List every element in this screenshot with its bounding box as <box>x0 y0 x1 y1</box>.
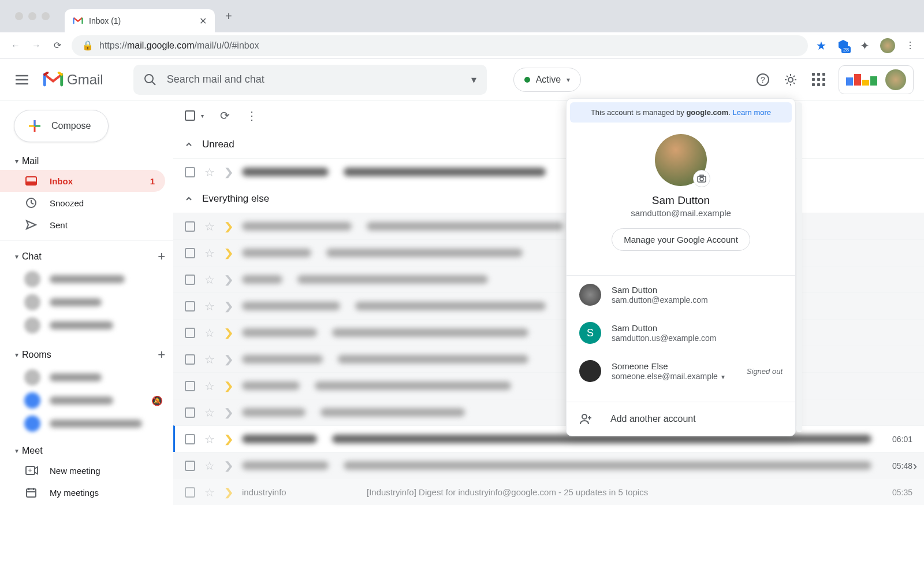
star-icon[interactable]: ☆ <box>204 459 215 473</box>
sidebar-new-meeting[interactable]: + New meeting <box>0 459 165 481</box>
row-checkbox[interactable] <box>185 275 195 285</box>
bookmark-star-icon[interactable]: ★ <box>816 39 826 53</box>
star-icon[interactable]: ☆ <box>204 299 215 313</box>
camera-icon[interactable] <box>693 170 710 187</box>
importance-icon[interactable]: ❯ <box>223 327 234 339</box>
chat-contact[interactable] <box>0 314 173 337</box>
sidebar-snoozed[interactable]: Snoozed <box>0 192 165 214</box>
select-all-checkbox[interactable] <box>185 110 195 121</box>
importance-icon[interactable]: ❯ <box>223 166 234 179</box>
popup-scrollbar[interactable] <box>796 102 802 432</box>
browser-menu-icon[interactable]: ⋮ <box>906 40 915 51</box>
star-icon[interactable]: ☆ <box>204 485 215 499</box>
gmail-logo[interactable]: Gmail <box>43 72 103 88</box>
sidebar-section-meet[interactable]: ▾Meet <box>0 442 173 459</box>
row-checkbox[interactable] <box>185 301 195 312</box>
row-checkbox[interactable] <box>185 434 195 444</box>
extensions-icon[interactable]: ✦ <box>860 39 870 53</box>
importance-icon[interactable]: ❯ <box>223 380 234 392</box>
chat-contact[interactable] <box>0 268 173 291</box>
add-room-icon[interactable]: + <box>158 347 165 362</box>
sidebar-sent[interactable]: Sent <box>0 214 165 236</box>
help-icon[interactable]: ? <box>755 72 770 87</box>
room-item[interactable] <box>0 366 173 389</box>
star-icon[interactable]: ☆ <box>204 379 215 393</box>
more-menu-icon[interactable]: ⋮ <box>246 109 258 123</box>
section-unread[interactable]: Unread <box>173 131 924 158</box>
account-option[interactable]: Sam Duttonsam.dutton@example.com <box>567 276 795 314</box>
reload-button[interactable]: ⟳ <box>51 40 64 51</box>
star-icon[interactable]: ☆ <box>204 432 215 446</box>
add-account-button[interactable]: Add another account <box>567 402 795 436</box>
sidebar-inbox[interactable]: Inbox 1 <box>0 170 165 192</box>
extension-badge[interactable]: 28 <box>837 39 850 52</box>
learn-more-link[interactable]: Learn more <box>733 108 771 117</box>
star-icon[interactable]: ☆ <box>204 353 215 366</box>
account-option[interactable]: S Sam Duttonsamdutton.us@example.com <box>567 314 795 352</box>
browser-tab[interactable]: Inbox (1) ✕ <box>65 9 215 32</box>
refresh-icon[interactable]: ⟳ <box>220 109 230 123</box>
mail-row[interactable]: ☆❯ <box>173 213 924 239</box>
star-icon[interactable]: ☆ <box>204 326 215 340</box>
mail-row[interactable]: ☆❯ <box>173 372 924 399</box>
close-tab-icon[interactable]: ✕ <box>199 16 207 27</box>
importance-icon[interactable]: ❯ <box>223 486 234 499</box>
star-icon[interactable]: ☆ <box>204 220 215 233</box>
new-tab-button[interactable]: + <box>215 10 243 23</box>
main-menu-icon[interactable] <box>8 66 36 94</box>
star-icon[interactable]: ☆ <box>204 273 215 287</box>
search-options-icon[interactable]: ▾ <box>471 73 476 86</box>
window-controls[interactable] <box>7 12 58 20</box>
account-option[interactable]: Someone Elsesomeone.else@mail.example▾ S… <box>567 352 795 390</box>
mail-row[interactable]: ☆❯ <box>173 319 924 346</box>
account-avatar[interactable] <box>885 69 906 90</box>
mail-row[interactable]: ☆❯industryinfo[Industryinfo] Digest for … <box>173 479 924 505</box>
importance-icon[interactable]: ❯ <box>223 220 234 233</box>
compose-button[interactable]: Compose <box>14 110 109 142</box>
mail-row[interactable]: ☆❯ <box>173 266 924 292</box>
back-button[interactable]: ← <box>9 40 22 51</box>
row-checkbox[interactable] <box>185 221 195 232</box>
star-icon[interactable]: ☆ <box>204 246 215 260</box>
mail-row[interactable]: ☆❯ <box>173 399 924 425</box>
mail-row[interactable]: ☆❯ <box>173 292 924 319</box>
url-field[interactable]: 🔒 https://mail.google.com/mail/u/0/#inbo… <box>72 35 808 56</box>
mail-row[interactable]: ☆❯ <box>173 346 924 372</box>
sidebar-section-rooms[interactable]: ▾Rooms+ <box>0 344 173 366</box>
importance-icon[interactable]: ❯ <box>223 353 234 366</box>
chat-contact[interactable] <box>0 291 173 314</box>
search-bar[interactable]: Search mail and chat ▾ <box>133 65 487 95</box>
mail-row[interactable]: ☆❯06:01 <box>173 425 924 452</box>
row-checkbox[interactable] <box>185 461 195 471</box>
section-everything-else[interactable]: Everything else <box>173 185 924 213</box>
settings-gear-icon[interactable] <box>783 72 798 87</box>
mail-row[interactable]: ☆❯ <box>173 158 924 185</box>
row-checkbox[interactable] <box>185 407 195 418</box>
row-checkbox[interactable] <box>185 328 195 338</box>
select-menu-caret[interactable]: ▾ <box>201 113 204 119</box>
importance-icon[interactable]: ❯ <box>223 247 234 259</box>
room-item[interactable]: 🔕 <box>0 389 173 412</box>
status-selector[interactable]: Active ▾ <box>513 68 582 92</box>
row-checkbox[interactable] <box>185 354 195 365</box>
manage-account-button[interactable]: Manage your Google Account <box>612 228 750 251</box>
mail-row[interactable]: ☆❯05:48 <box>173 452 924 479</box>
side-panel-toggle-icon[interactable]: › <box>913 459 917 474</box>
sidebar-my-meetings[interactable]: My meetings <box>0 481 165 503</box>
org-brand-switcher[interactable] <box>839 65 914 94</box>
forward-button[interactable]: → <box>30 40 43 51</box>
profile-avatar[interactable] <box>880 38 895 53</box>
star-icon[interactable]: ☆ <box>204 165 215 179</box>
sidebar-section-chat[interactable]: ▾Chat+ <box>0 246 173 268</box>
importance-icon[interactable]: ❯ <box>223 300 234 313</box>
mail-row[interactable]: ☆❯ <box>173 239 924 266</box>
importance-icon[interactable]: ❯ <box>223 273 234 286</box>
row-checkbox[interactable] <box>185 167 195 177</box>
importance-icon[interactable]: ❯ <box>223 406 234 419</box>
google-apps-icon[interactable] <box>811 72 826 87</box>
row-checkbox[interactable] <box>185 381 195 391</box>
add-chat-icon[interactable]: + <box>158 249 165 264</box>
importance-icon[interactable]: ❯ <box>223 433 234 446</box>
sidebar-section-mail[interactable]: ▾Mail <box>0 153 173 170</box>
row-checkbox[interactable] <box>185 248 195 258</box>
